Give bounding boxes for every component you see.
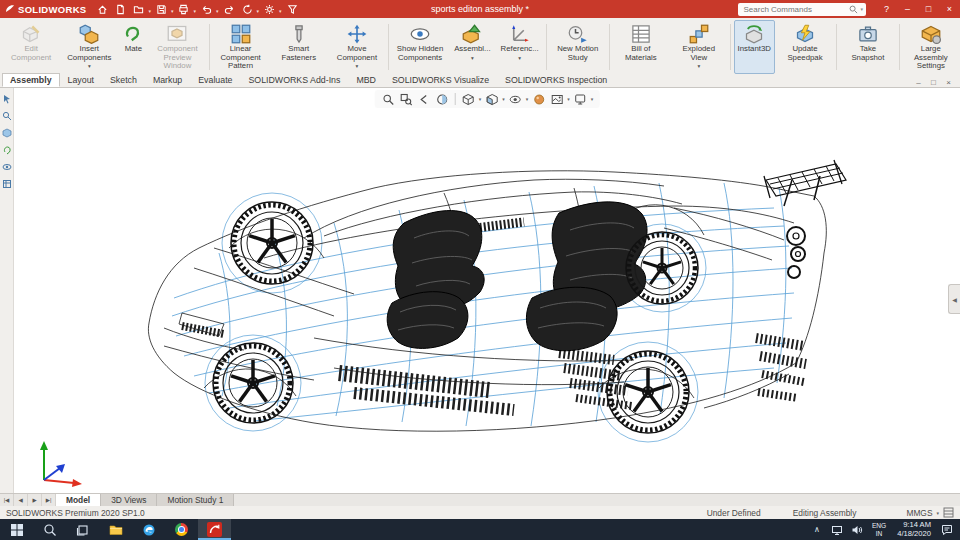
doc-minimize-button[interactable]: – xyxy=(911,78,926,87)
chevron-down-icon[interactable]: ▾ xyxy=(148,8,151,14)
section-view-button[interactable] xyxy=(435,92,450,107)
network-icon[interactable] xyxy=(828,519,846,540)
component-preview-window-button[interactable]: Component Preview Window xyxy=(149,20,205,74)
exploded-view-button[interactable]: Exploded View▾ xyxy=(671,20,727,74)
status-options-icon[interactable] xyxy=(943,507,954,518)
chrome-browser-button[interactable] xyxy=(165,519,198,540)
chevron-down-icon[interactable]: ▾ xyxy=(216,8,219,14)
left-toolbar-icon[interactable] xyxy=(2,94,12,104)
edge-browser-button[interactable] xyxy=(132,519,165,540)
apply-scene-button[interactable] xyxy=(549,92,564,107)
open-button[interactable] xyxy=(130,1,147,17)
tab-solidworks-add-ins[interactable]: SOLIDWORKS Add-Ins xyxy=(240,73,348,87)
first-tab-button[interactable]: |◀ xyxy=(0,494,14,506)
save-button[interactable] xyxy=(153,1,170,17)
reference-geometry-button[interactable]: Referenc...▾ xyxy=(497,20,543,74)
last-tab-button[interactable]: ▶| xyxy=(42,494,56,506)
edit-appearance-button[interactable] xyxy=(531,92,546,107)
chevron-down-icon[interactable]: ▾ xyxy=(526,96,529,102)
chevron-down-icon[interactable]: ▾ xyxy=(257,8,260,14)
chevron-down-icon[interactable]: ▾ xyxy=(567,96,570,102)
tray-expand-chevron[interactable]: ∧ xyxy=(808,519,826,540)
tab-solidworks-visualize[interactable]: SOLIDWORKS Visualize xyxy=(384,73,497,87)
tab-layout[interactable]: Layout xyxy=(60,73,102,87)
print-button[interactable] xyxy=(175,1,192,17)
doc-restore-button[interactable]: □ xyxy=(926,78,941,87)
action-center-icon[interactable] xyxy=(938,519,956,540)
undo-button[interactable] xyxy=(198,1,215,17)
left-toolbar-icon[interactable] xyxy=(2,162,12,172)
search-input[interactable] xyxy=(741,4,849,15)
left-toolbar-icon[interactable] xyxy=(2,179,12,189)
mate-button[interactable]: Mate xyxy=(119,20,147,74)
tab-3d-views[interactable]: 3D Views xyxy=(101,494,157,506)
previous-view-button[interactable] xyxy=(417,92,432,107)
hide-show-items-button[interactable] xyxy=(508,92,523,107)
tab-motion-study-1[interactable]: Motion Study 1 xyxy=(157,494,234,506)
tab-model[interactable]: Model xyxy=(56,494,101,506)
chevron-down-icon[interactable]: ▾ xyxy=(88,63,91,69)
update-speedpak-button[interactable]: Update Speedpak xyxy=(777,20,833,74)
taskbar-clock[interactable]: 9:14 AM 4/18/2020 xyxy=(892,521,936,538)
graphics-area[interactable]: ▾ ▾ ▾ ▾ ▾ ◀ xyxy=(14,88,960,493)
solidworks-taskbar-button[interactable] xyxy=(198,519,231,540)
show-hidden-components-button[interactable]: Show Hidden Components xyxy=(392,20,448,74)
file-explorer-button[interactable] xyxy=(99,519,132,540)
linear-component-pattern-button[interactable]: Linear Component Pattern▾ xyxy=(212,20,268,74)
chevron-down-icon[interactable]: ▾ xyxy=(697,63,700,69)
tab-assembly[interactable]: Assembly xyxy=(2,73,60,87)
search-icon[interactable] xyxy=(849,5,858,14)
smart-fasteners-button[interactable]: Smart Fasteners xyxy=(271,20,327,74)
chevron-down-icon[interactable]: ▾ xyxy=(479,96,482,102)
left-toolbar-icon[interactable] xyxy=(2,145,12,155)
options-button[interactable] xyxy=(261,1,278,17)
volume-icon[interactable] xyxy=(848,519,866,540)
taskbar-search-button[interactable] xyxy=(33,519,66,540)
view-orientation-button[interactable] xyxy=(461,92,476,107)
chevron-down-icon[interactable]: ▾ xyxy=(860,6,863,12)
rear-wing[interactable] xyxy=(764,160,846,206)
start-button[interactable] xyxy=(0,519,33,540)
tab-solidworks-inspection[interactable]: SOLIDWORKS Inspection xyxy=(497,73,615,87)
bill-of-materials-button[interactable]: Bill of Materials xyxy=(613,20,669,74)
help-button[interactable]: ? xyxy=(876,0,897,18)
chevron-down-icon[interactable]: ▾ xyxy=(518,55,521,61)
edit-component-button[interactable]: Edit Component xyxy=(3,20,59,74)
chevron-down-icon[interactable]: ▾ xyxy=(193,8,196,14)
tab-markup[interactable]: Markup xyxy=(145,73,190,87)
zoom-to-area-button[interactable] xyxy=(399,92,414,107)
insert-components-button[interactable]: Insert Components▾ xyxy=(61,20,117,74)
display-style-button[interactable] xyxy=(484,92,499,107)
large-assembly-settings-button[interactable]: Large Assembly Settings xyxy=(903,20,959,74)
assembly-features-button[interactable]: Assembl...▾ xyxy=(450,20,494,74)
move-component-button[interactable]: Move Component▾ xyxy=(329,20,385,74)
task-pane-collapse-tab[interactable]: ◀ xyxy=(948,284,960,314)
take-snapshot-button[interactable]: Take Snapshot xyxy=(840,20,896,74)
doc-close-button[interactable]: × xyxy=(941,78,956,87)
maximize-button[interactable]: □ xyxy=(918,0,939,18)
next-tab-button[interactable]: ▶ xyxy=(28,494,42,506)
tab-evaluate[interactable]: Evaluate xyxy=(190,73,240,87)
left-toolbar-icon[interactable] xyxy=(2,111,12,121)
tab-sketch[interactable]: Sketch xyxy=(102,73,145,87)
new-motion-study-button[interactable]: New Motion Study xyxy=(550,20,606,74)
chevron-down-icon[interactable]: ▾ xyxy=(502,96,505,102)
wheel-front-left[interactable] xyxy=(231,202,313,284)
car-wireframe-model[interactable] xyxy=(14,88,960,493)
chevron-down-icon[interactable]: ▾ xyxy=(279,8,282,14)
minimize-button[interactable]: – xyxy=(897,0,918,18)
home-button[interactable] xyxy=(94,1,111,17)
selection-filter-button[interactable] xyxy=(284,1,301,17)
left-toolbar-icon[interactable] xyxy=(2,128,12,138)
chevron-down-icon[interactable]: ▾ xyxy=(356,63,359,69)
search-commands-box[interactable]: ▾ xyxy=(738,3,866,16)
tab-mbd[interactable]: MBD xyxy=(348,73,384,87)
view-settings-button[interactable] xyxy=(573,92,588,107)
units-selector[interactable]: MMGS xyxy=(906,508,932,518)
chevron-down-icon[interactable]: ▾ xyxy=(591,96,594,102)
chevron-down-icon[interactable]: ▾ xyxy=(171,8,174,14)
new-document-button[interactable] xyxy=(112,1,129,17)
chevron-down-icon[interactable]: ▾ xyxy=(471,55,474,61)
zoom-to-fit-button[interactable] xyxy=(381,92,396,107)
chevron-down-icon[interactable]: ▾ xyxy=(936,510,939,516)
